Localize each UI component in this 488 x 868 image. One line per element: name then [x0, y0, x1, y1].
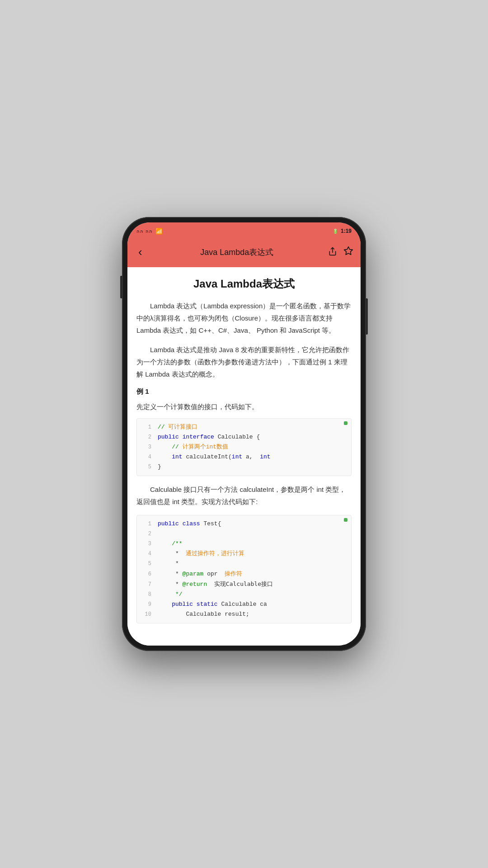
code-line: 10 Calculable result;: [137, 609, 351, 619]
signal-icon: הה הה: [136, 229, 153, 234]
desc-text-2: Calculable 接口只有一个方法 calculateInt，参数是两个 i…: [136, 483, 352, 508]
code-line: 3 /**: [137, 539, 351, 549]
status-right: 🔋 1:19: [333, 228, 352, 234]
code-line: 5 *: [137, 559, 351, 569]
code-line: 1 // 可计算接口: [137, 422, 351, 432]
back-button[interactable]: ‹: [135, 243, 146, 261]
status-left: הה הה 📶: [136, 228, 163, 235]
example-label: 例 1: [136, 387, 352, 396]
phone-frame: הה הה 📶 🔋 1:19 ‹ Java Lambda表达式: [122, 217, 366, 651]
content-area[interactable]: Java Lambda表达式 Lambda 表达式（Lambda express…: [127, 267, 361, 646]
code-line: 4 int calculateInt(int a, int: [137, 452, 351, 462]
paragraph-2: Lambda 表达式是推动 Java 8 发布的重要新特性，它允许把函数作为一个…: [136, 344, 352, 380]
code-line: 5 }: [137, 462, 351, 472]
code-line: 4 * 通过操作符，进行计算: [137, 549, 351, 559]
code-line: 9 public static Calculable ca: [137, 599, 351, 609]
top-actions: [328, 246, 353, 258]
time-display: 1:19: [341, 228, 352, 234]
top-bar: ‹ Java Lambda表达式: [127, 239, 361, 267]
code-line: 2 public interface Calculable {: [137, 432, 351, 442]
battery-icon: 🔋: [333, 229, 338, 234]
code-corner-dot-1: [344, 421, 347, 425]
status-bar: הה הה 📶 🔋 1:19: [127, 222, 361, 239]
code-line: 8 */: [137, 590, 351, 599]
code-line: 2: [137, 529, 351, 539]
star-icon[interactable]: [343, 246, 353, 258]
svg-marker-1: [344, 247, 352, 255]
code-line: 1 public class Test{: [137, 519, 351, 529]
wifi-icon: 📶: [155, 228, 163, 235]
code-block-1-inner: 1 // 可计算接口 2 public interface Calculable…: [137, 419, 351, 476]
code-line: 6 * @param opr 操作符: [137, 569, 351, 579]
phone-screen: הה הה 📶 🔋 1:19 ‹ Java Lambda表达式: [127, 222, 361, 646]
page-title: Java Lambda表达式: [200, 247, 273, 258]
code-line: 7 * @return 实现Calculable接口: [137, 579, 351, 590]
code-block-1: 1 // 可计算接口 2 public interface Calculable…: [136, 418, 352, 476]
code-line: 3 // 计算两个int数值: [137, 442, 351, 452]
share-icon[interactable]: [328, 247, 337, 258]
article-title: Java Lambda表达式: [136, 276, 352, 292]
code-corner-dot-2: [344, 518, 347, 522]
desc-text-1: 先定义一个计算数值的接口，代码如下。: [136, 401, 352, 413]
paragraph-1: Lambda 表达式（Lambda expression）是一个匿名函数，基于数…: [136, 300, 352, 336]
code-block-2-inner: 1 public class Test{ 2 3 /** 4 * 通过操作符: [137, 515, 351, 623]
code-block-2: 1 public class Test{ 2 3 /** 4 * 通过操作符: [136, 515, 352, 623]
